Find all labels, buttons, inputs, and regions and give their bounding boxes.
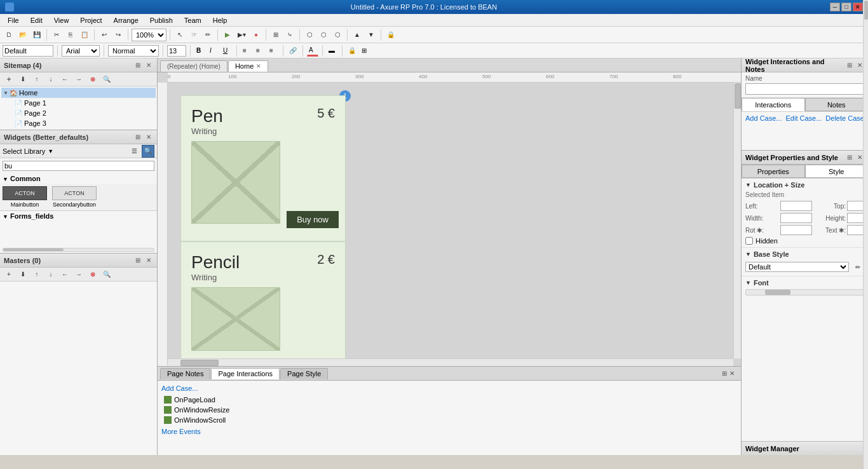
menu-edit[interactable]: Edit <box>25 15 48 25</box>
widgets-expand-icon[interactable]: ⊞ <box>133 133 142 142</box>
home-expand-arrow[interactable]: ▼ <box>3 90 9 96</box>
buy-now-button[interactable]: Buy now <box>287 211 339 228</box>
masters-down-btn[interactable]: ↓ <box>44 268 57 281</box>
masters-up-btn[interactable]: ↑ <box>31 268 43 281</box>
tab-page-style[interactable]: Page Style <box>280 368 328 379</box>
align-center[interactable]: ⬡ <box>317 29 330 41</box>
style-tab[interactable]: Style <box>805 165 869 178</box>
link-button[interactable]: 🔗 <box>287 45 299 57</box>
font-color-button[interactable]: A <box>307 45 318 57</box>
tab-home-close[interactable]: ✕ <box>256 63 261 69</box>
edit-case-btn[interactable]: Edit Case... <box>785 114 822 122</box>
hidden-checkbox[interactable] <box>745 237 753 245</box>
bold-button[interactable]: B <box>194 45 206 57</box>
width-input[interactable]: 270 <box>780 213 812 223</box>
redo-button[interactable]: ↪ <box>112 29 125 41</box>
tab-page-notes[interactable]: Page Notes <box>160 368 210 379</box>
canvas-viewport[interactable]: 1 Pen 5 € Writing Buy now Pe <box>168 83 733 358</box>
canvas-vscrollbar[interactable] <box>733 83 741 358</box>
group-button[interactable]: ⊞ <box>360 45 371 57</box>
text-align-center[interactable]: ≡ <box>254 45 266 57</box>
minimize-button[interactable]: ─ <box>830 3 840 11</box>
event-onpageload[interactable]: OnPageLoad <box>161 395 737 405</box>
cut-button[interactable]: ✂ <box>50 29 63 41</box>
sitemap-page3[interactable]: 📄 Page 3 <box>1 118 156 128</box>
add-case-btn[interactable]: Add Case... <box>745 114 782 122</box>
tab-repeater-home[interactable]: (Repeater) (Home) <box>160 60 227 72</box>
forms-expand-arrow[interactable]: ▼ <box>3 214 8 220</box>
send-backward[interactable]: ▼ <box>365 29 377 41</box>
interact-tool[interactable]: ☞ <box>187 29 200 41</box>
text-align-left[interactable]: ≡ <box>241 45 252 57</box>
draw-tool[interactable]: ✏ <box>201 29 214 41</box>
location-size-header[interactable]: ▼ Location + Size <box>745 181 864 189</box>
base-style-header[interactable]: ▼ Base Style <box>745 250 864 258</box>
style-select[interactable]: Normal Heading 1 <box>108 45 159 57</box>
menu-help[interactable]: Help <box>208 15 233 25</box>
interactions-tab[interactable]: Interactions <box>742 98 805 111</box>
delete-case-btn[interactable]: Delete Case <box>825 114 864 122</box>
menu-arrange[interactable]: Arrange <box>109 15 144 25</box>
lock-button-2[interactable]: 🔒 <box>346 45 358 57</box>
italic-button[interactable]: I <box>208 45 219 57</box>
repeater-item-pen[interactable]: Pen 5 € Writing Buy now <box>180 95 346 241</box>
underline-button[interactable]: U <box>221 45 233 57</box>
masters-close-icon[interactable]: ✕ <box>144 256 153 265</box>
page-name-input[interactable] <box>3 45 53 57</box>
select-library-arrow[interactable]: ▼ <box>48 148 53 154</box>
repeater-item-pencil[interactable]: Pencil 2 € Writing <box>180 241 346 358</box>
sitemap-home[interactable]: ▼ 🏠 Home <box>1 88 156 98</box>
widgets-close-icon[interactable]: ✕ <box>144 133 153 142</box>
insert-widget[interactable]: ⊞ <box>269 29 282 41</box>
masters-search-btn[interactable]: 🔍 <box>100 268 113 281</box>
align-left[interactable]: ⬡ <box>303 29 316 41</box>
widget-int-expand-icon[interactable]: ⊞ <box>845 61 854 70</box>
bottom-expand-icon[interactable]: ⊞ <box>722 370 727 377</box>
left-input[interactable] <box>780 201 812 211</box>
sitemap-up-btn[interactable]: ↑ <box>31 73 43 86</box>
undo-button[interactable]: ↩ <box>98 29 111 41</box>
masters-add-child-btn[interactable]: ⬇ <box>17 268 29 281</box>
save-button[interactable]: 💾 <box>31 29 43 41</box>
masters-move-left-btn[interactable]: ← <box>58 268 71 281</box>
masters-delete-btn[interactable]: ⊗ <box>86 268 99 281</box>
properties-tab[interactable]: Properties <box>742 165 805 178</box>
add-case-link[interactable]: Add Case... <box>161 384 737 392</box>
widgets-menu-btn[interactable]: ☰ <box>128 145 140 158</box>
font-header[interactable]: ▼ Font <box>745 279 864 287</box>
notes-tab[interactable]: Notes <box>805 98 869 111</box>
bottom-close-icon[interactable]: ✕ <box>729 370 735 377</box>
tab-page-interactions[interactable]: Page Interactions <box>211 368 280 379</box>
sitemap-page2[interactable]: 📄 Page 2 <box>1 108 156 118</box>
sitemap-expand-icon[interactable]: ⊞ <box>133 61 142 70</box>
sitemap-move-right-btn[interactable]: → <box>72 73 85 86</box>
publish-button[interactable]: ● <box>250 29 262 41</box>
close-button[interactable]: ✕ <box>853 3 863 11</box>
zoom-select[interactable]: 100% 75% 50% 150% <box>132 29 166 41</box>
sitemap-add-btn[interactable]: + <box>3 73 15 86</box>
name-input[interactable] <box>745 83 864 95</box>
tab-home[interactable]: Home ✕ <box>228 60 268 72</box>
menu-team[interactable]: Team <box>179 15 207 25</box>
font-select[interactable]: Arial <box>62 45 100 57</box>
new-button[interactable]: 🗋 <box>3 29 15 41</box>
widgets-scrollbar[interactable] <box>3 248 154 252</box>
widget-props-expand-icon[interactable]: ⊞ <box>845 153 854 162</box>
menu-file[interactable]: File <box>3 15 24 25</box>
event-onwindowresize[interactable]: OnWindowResize <box>161 405 737 415</box>
maximize-button[interactable]: □ <box>841 3 851 11</box>
more-events-link[interactable]: More Events <box>161 428 737 435</box>
common-expand-arrow[interactable]: ▼ <box>3 176 8 182</box>
sitemap-add-child-btn[interactable]: ⬇ <box>17 73 29 86</box>
event-onwindowscroll[interactable]: OnWindowScroll <box>161 415 737 425</box>
sitemap-page1[interactable]: 📄 Page 1 <box>1 98 156 108</box>
masters-add-btn[interactable]: + <box>3 268 15 281</box>
fill-color-button[interactable]: ▬ <box>327 45 338 57</box>
preview-button[interactable]: ▶ <box>221 29 234 41</box>
copy-button[interactable]: ⎘ <box>64 29 77 41</box>
bring-forward[interactable]: ▲ <box>351 29 363 41</box>
menu-publish[interactable]: Publish <box>145 15 178 25</box>
rot-input[interactable]: 0 <box>780 225 812 235</box>
font-scrollbar-h[interactable] <box>745 289 864 296</box>
base-style-edit-btn[interactable]: ✏ <box>851 261 864 273</box>
